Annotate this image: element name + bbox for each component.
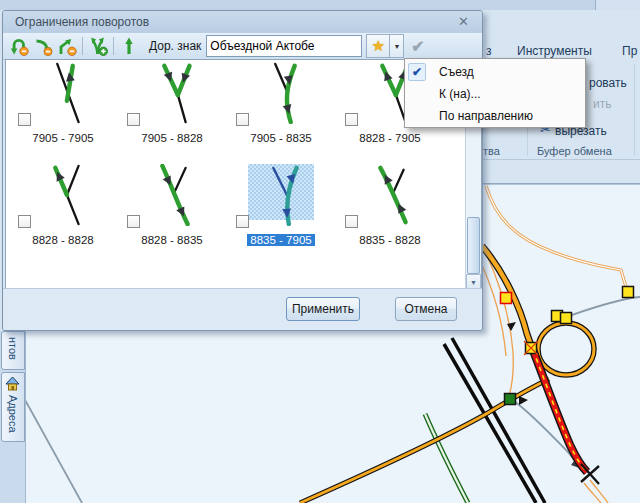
map-node[interactable] xyxy=(561,313,572,324)
dialog-titlebar[interactable]: Ограничения поворотов xyxy=(3,11,482,33)
no-left-turn-button[interactable] xyxy=(31,35,55,57)
turn-diagram xyxy=(361,164,423,226)
menu-check-icon: ✔ xyxy=(408,63,426,81)
turn-item-label: 8835 - 8828 xyxy=(337,234,443,246)
favorite-split-button[interactable]: ★ ▼ xyxy=(366,34,404,58)
no-u-turn-button[interactable] xyxy=(7,35,31,57)
sidebar-tab-label: Адреса xyxy=(6,395,20,433)
menu-item-by-direction[interactable]: По направлению xyxy=(405,105,585,127)
cancel-button[interactable]: Отмена xyxy=(395,297,457,321)
turn-item[interactable]: 8828 - 8835 xyxy=(119,164,225,258)
map-node[interactable] xyxy=(623,287,634,298)
turn-diagram xyxy=(143,62,205,124)
no-left-turn-icon xyxy=(33,36,53,56)
sidebar-tab-partial[interactable]: нтов xyxy=(1,331,25,370)
no-right-turn-icon xyxy=(57,36,77,56)
turn-item[interactable]: 7905 - 8828 xyxy=(119,62,225,156)
turn-item-checkbox[interactable] xyxy=(236,113,249,126)
toolbar-separator xyxy=(113,37,114,55)
ribbon-bottom-border xyxy=(483,159,640,160)
turn-item-checkbox[interactable] xyxy=(236,215,249,228)
turn-item-label: 8835 - 7905 xyxy=(228,234,334,246)
turn-item-checkbox[interactable] xyxy=(345,113,358,126)
turn-item-label: 8828 - 7905 xyxy=(337,132,443,144)
side-panel-tabstrip: нтов Адреса xyxy=(0,331,26,503)
dropdown-arrow-icon[interactable]: ▼ xyxy=(389,35,403,57)
turn-item-checkbox[interactable] xyxy=(18,113,31,126)
turn-item[interactable]: 8835 - 8828 xyxy=(337,164,443,258)
dialog-title: Ограничения поворотов xyxy=(15,15,149,29)
turn-item-label: 7905 - 8828 xyxy=(119,132,225,144)
ribbon-paste-button: ить xyxy=(593,97,611,111)
map-node-green[interactable] xyxy=(505,394,516,405)
turn-item[interactable]: 8828 - 8828 xyxy=(10,164,116,258)
allow-fork-icon xyxy=(88,36,108,56)
menu-item-to[interactable]: К (на)... xyxy=(405,83,585,105)
turn-item-checkbox[interactable] xyxy=(345,215,358,228)
turn-diagram xyxy=(252,62,314,124)
turn-item-label: 7905 - 7905 xyxy=(10,132,116,144)
favorite-dropdown-menu: ✔ Съезд К (на)... По направлению xyxy=(404,58,586,128)
menu-item-label: По направлению xyxy=(439,109,533,123)
turn-item[interactable]: 7905 - 8835 xyxy=(228,62,334,156)
road-sign-label: Дор. знак xyxy=(149,39,201,53)
close-icon[interactable]: ✕ xyxy=(458,14,469,29)
apply-button[interactable]: Применить xyxy=(286,297,360,321)
road-sign-input[interactable] xyxy=(206,35,362,57)
apply-check-icon[interactable]: ✔ xyxy=(411,37,424,56)
allow-fork-button[interactable] xyxy=(86,35,110,57)
ribbon-group-separator xyxy=(634,64,635,156)
ribbon-copy-button[interactable]: ровать xyxy=(589,76,627,90)
turn-diagram xyxy=(252,164,314,226)
dialog-toolbar: Дор. знак ★ ▼ ✔ xyxy=(3,33,482,60)
no-right-turn-button[interactable] xyxy=(55,35,79,57)
straight-arrow-button[interactable] xyxy=(117,35,141,57)
turn-item-checkbox[interactable] xyxy=(18,215,31,228)
window-top-strip xyxy=(0,0,640,10)
toolbar-separator xyxy=(82,37,83,55)
turn-item-label: 7905 - 8835 xyxy=(228,132,334,144)
ribbon-group-clipboard: Буфер обмена xyxy=(537,145,612,157)
menu-item-label: К (на)... xyxy=(439,87,481,101)
scrollbar-thumb[interactable] xyxy=(467,217,480,274)
sidebar-tab-label: нтов xyxy=(6,337,20,360)
top-strip-right xyxy=(596,0,640,10)
turn-item-label: 8828 - 8835 xyxy=(119,234,225,246)
turn-diagram xyxy=(34,164,96,226)
turn-item-checkbox[interactable] xyxy=(127,113,140,126)
ribbon-tab-tools[interactable]: Инструменты xyxy=(517,44,592,58)
menu-item-exit-ramp[interactable]: ✔ Съезд xyxy=(405,61,585,83)
sidebar-tab-addresses[interactable]: Адреса xyxy=(1,372,25,442)
no-u-turn-icon xyxy=(9,36,29,56)
favorite-star-icon[interactable]: ★ xyxy=(367,37,389,55)
map-node-highlighted[interactable] xyxy=(501,293,512,304)
straight-arrow-icon xyxy=(119,36,139,56)
turn-item-selected[interactable]: 8835 - 7905 xyxy=(228,164,334,258)
ribbon-tab-fragment-right[interactable]: Пр xyxy=(622,44,637,58)
dialog-button-bar: Применить Отмена xyxy=(3,288,482,330)
ribbon-tab-fragment[interactable]: з xyxy=(486,44,492,58)
turn-diagram xyxy=(143,164,205,226)
home-icon xyxy=(5,376,20,391)
ribbon-group-fragment: тва xyxy=(483,145,500,157)
turn-diagram xyxy=(34,62,96,124)
turn-item-checkbox[interactable] xyxy=(127,215,140,228)
map-node-junction[interactable] xyxy=(524,341,538,355)
menu-item-label: Съезд xyxy=(439,65,474,79)
turn-item-label: 8828 - 8828 xyxy=(10,234,116,246)
turn-item[interactable]: 7905 - 7905 xyxy=(10,62,116,156)
